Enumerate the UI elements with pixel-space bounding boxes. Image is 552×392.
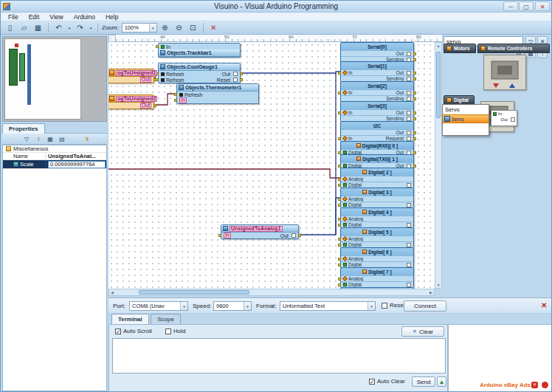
remote-controller-component-thumbnail[interactable] bbox=[483, 55, 526, 90]
category-motors[interactable]: Motors bbox=[444, 44, 476, 53]
wire[interactable] bbox=[108, 169, 340, 178]
pin-row[interactable]: Digital bbox=[341, 241, 413, 247]
checkbox-box[interactable] bbox=[165, 329, 171, 334]
property-row-name[interactable]: Name UnsignedToAnal... bbox=[3, 153, 106, 160]
menu-help[interactable]: Help bbox=[101, 13, 123, 21]
board-block[interactable]: Digital[ 7 ]AnalogDigital bbox=[340, 267, 414, 288]
new-file-icon[interactable]: ▯ bbox=[4, 22, 16, 33]
pin-row[interactable]: Digital bbox=[341, 182, 413, 188]
dropdown-item-servo[interactable]: Servo bbox=[443, 114, 489, 123]
port-combobox[interactable]: COM6 (Unav ▾ bbox=[129, 301, 188, 311]
pin-row[interactable]: Out bbox=[341, 129, 413, 135]
maximize-button[interactable]: ▢ bbox=[519, 1, 534, 11]
menu-edit[interactable]: Edit bbox=[24, 13, 44, 21]
undo-dropdown-icon[interactable]: ▾ bbox=[66, 22, 72, 33]
board-block[interactable]: Digital(RX0)[ 0 ]DigitalOut bbox=[340, 141, 414, 156]
board-block[interactable]: Serial[1]InOutSending bbox=[340, 61, 414, 82]
zoom-out-icon[interactable]: ⊖ bbox=[173, 22, 185, 33]
vertical-scroll-thumb[interactable] bbox=[436, 52, 441, 118]
minimize-button[interactable]: ─ bbox=[503, 1, 518, 11]
board-block[interactable]: Serial[0]OutSending bbox=[340, 42, 414, 63]
bolt-icon[interactable]: ↯ bbox=[82, 134, 92, 144]
board-block[interactable]: I2COutInRequest bbox=[340, 121, 414, 142]
scroll-left-icon[interactable]: ◀ bbox=[109, 289, 115, 295]
pin-row[interactable]: Sending bbox=[341, 95, 413, 101]
redo-dropdown-icon[interactable]: ▾ bbox=[88, 22, 94, 33]
save-file-icon[interactable]: ▦ bbox=[32, 22, 44, 33]
pin-row[interactable]: Analog bbox=[341, 196, 413, 202]
tab-scope[interactable]: Scope bbox=[151, 314, 181, 324]
pin-row[interactable]: Analog bbox=[341, 235, 413, 241]
sort-icon[interactable]: ↕ bbox=[33, 134, 44, 144]
zoom-combobox[interactable]: 100% ▾ bbox=[122, 23, 157, 32]
hold-checkbox[interactable]: Hold bbox=[165, 328, 185, 334]
pin-row[interactable]: Analog bbox=[341, 216, 413, 221]
open-file-icon[interactable]: ▱ bbox=[18, 22, 30, 33]
terminal-output[interactable] bbox=[112, 338, 446, 374]
canvas-vertical-scrollbar[interactable]: ▲ ▼ bbox=[435, 42, 442, 289]
send-icon[interactable]: ▲ bbox=[437, 376, 446, 387]
canvas-horizontal-scrollbar[interactable]: ◀ ▶ bbox=[108, 289, 435, 296]
auto-clear-checkbox[interactable]: ✓ Auto Clear bbox=[369, 378, 405, 385]
design-canvas[interactable]: Serial[0]OutSendingSerial[1]InOutSending… bbox=[108, 42, 435, 289]
tab-terminal[interactable]: Terminal bbox=[111, 314, 149, 324]
delete-icon[interactable]: ✕ bbox=[207, 22, 220, 33]
board-block[interactable]: Digital(TX0)[ 1 ]DigitalOut bbox=[340, 154, 414, 169]
board-block[interactable]: Serial[3]InOutSending bbox=[340, 101, 414, 122]
category-remote-controllers[interactable]: Remote Controllers bbox=[477, 44, 550, 53]
close-ad-icon[interactable]: ✕ bbox=[531, 382, 538, 388]
list-view-icon[interactable]: ▤ bbox=[57, 134, 67, 144]
tab-properties[interactable]: Properties bbox=[2, 123, 45, 134]
board-block[interactable]: Digital[ 5 ]AnalogDigital bbox=[340, 227, 414, 248]
disconnected-icon[interactable]: ✕ bbox=[541, 301, 547, 309]
zoom-fit-icon[interactable]: ⊡ bbox=[187, 22, 199, 33]
pin-row[interactable]: InRequest bbox=[341, 135, 413, 141]
pin-row[interactable]: In bbox=[177, 97, 258, 103]
block-thermo[interactable]: Objects.Thermometer1RefreshIn bbox=[176, 83, 259, 104]
block-clipB[interactable]: ogToUnsigned2Out bbox=[108, 94, 154, 109]
close-button[interactable]: ✕ bbox=[535, 1, 550, 11]
undo-icon[interactable]: ↶ bbox=[52, 22, 65, 33]
pin-row[interactable]: Analog bbox=[341, 176, 413, 182]
speed-combobox[interactable]: 9600 ▾ bbox=[213, 301, 252, 311]
board-block[interactable]: Digital[ 2 ]AnalogDigital bbox=[340, 168, 414, 188]
overview-minimap[interactable] bbox=[2, 36, 107, 122]
filter-icon[interactable]: ▽ bbox=[21, 134, 32, 144]
block-u2a[interactable]: UnsignedToAnalog1InOut bbox=[221, 224, 299, 239]
pin-row[interactable]: Digital bbox=[341, 202, 413, 207]
pin-row[interactable]: Sending bbox=[341, 75, 413, 81]
checkbox-box[interactable]: ✓ bbox=[369, 379, 375, 385]
category-view-icon[interactable]: ▦ bbox=[45, 134, 55, 144]
pin-row[interactable]: Out bbox=[341, 50, 413, 56]
pin-row[interactable]: RefreshOut bbox=[159, 71, 240, 77]
checkbox-box[interactable]: ✓ bbox=[115, 329, 121, 334]
pin-row[interactable]: Digital bbox=[341, 261, 413, 267]
pin-row[interactable]: Out bbox=[108, 77, 153, 83]
pin-row[interactable]: InOut bbox=[221, 233, 298, 238]
scale-value-input[interactable]: 0.0099999997764 bbox=[48, 161, 106, 168]
send-button[interactable]: Send bbox=[412, 376, 435, 387]
wire[interactable] bbox=[299, 198, 340, 235]
board-block[interactable]: Digital[ 4 ]AnalogDigital bbox=[340, 207, 414, 228]
pin-row[interactable]: Analog bbox=[341, 255, 413, 261]
board-block[interactable]: Digital[ 3 ]AnalogDigital bbox=[340, 188, 414, 208]
pin-row[interactable]: InOut bbox=[341, 69, 413, 75]
property-group-row[interactable]: Miscellaneous bbox=[3, 145, 106, 153]
format-combobox[interactable]: Unformatted Text ▾ bbox=[280, 301, 376, 311]
pin-row[interactable]: RefreshReset bbox=[159, 77, 240, 83]
pin-row[interactable]: Sending bbox=[341, 115, 413, 121]
scroll-up-icon[interactable]: ▲ bbox=[435, 43, 441, 49]
scroll-right-icon[interactable]: ▶ bbox=[428, 289, 434, 295]
info-ad-icon[interactable] bbox=[542, 382, 548, 388]
menu-view[interactable]: View bbox=[45, 13, 67, 21]
block-coolgauge[interactable]: Objects.CoolGauge1RefreshOutRefreshReset bbox=[158, 63, 241, 83]
horizontal-scroll-thumb[interactable] bbox=[139, 290, 249, 295]
pin-row[interactable]: InOut bbox=[341, 89, 413, 95]
board-block[interactable]: Digital[ 6 ]AnalogDigital bbox=[340, 247, 414, 268]
block-clipA[interactable]: ogToUnsigned1Out bbox=[108, 69, 154, 83]
connect-button[interactable]: Connect bbox=[404, 300, 446, 312]
clear-button[interactable]: ✕ Clear bbox=[401, 326, 444, 337]
pin-row[interactable]: In bbox=[159, 44, 240, 49]
board-block[interactable]: Serial[2]InOutSending bbox=[340, 81, 414, 102]
pin-row[interactable]: InOut bbox=[341, 109, 413, 115]
